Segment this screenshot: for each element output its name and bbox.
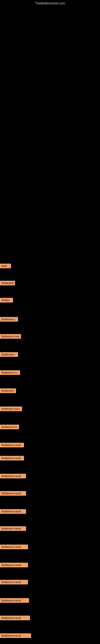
bottleneck-result-item: Bottleneck result (0, 598, 29, 603)
bottleneck-result-item: Bottleneck result (0, 633, 31, 638)
bottleneck-result-item: Bottleneck result (0, 563, 28, 567)
bottleneck-result-item: Bottleneck result (0, 616, 30, 620)
site-title: TheBottlenecker.com (0, 0, 100, 5)
bottleneck-result-item: Bottlen (0, 298, 13, 302)
bottleneck-result-item: Bottleneck result (0, 491, 26, 496)
bottleneck-result-item: Bottleneck result (0, 474, 26, 478)
bottleneck-result-item: Bottleneck (0, 281, 15, 285)
bottleneck-result-item: Bottl (0, 264, 11, 268)
bottleneck-result-item: Bottleneck result (0, 526, 26, 531)
bottleneck-result-item: Bottleneck (0, 388, 16, 393)
bottleneck-result-item: Bottleneck resu (0, 406, 22, 411)
bottleneck-result-item: Bottleneck r (0, 317, 18, 322)
bottleneck-result-item: Bottleneck result (0, 544, 28, 549)
bottleneck-result-item: Bottleneck result (0, 456, 24, 460)
bottleneck-result-item: Bottleneck re (0, 425, 19, 429)
bottleneck-result-item: Bottleneck result (0, 509, 26, 514)
bottleneck-result-item: Bottleneck result (0, 580, 28, 584)
bottleneck-result-item: Bottleneck re (0, 370, 20, 375)
bottleneck-result-item: Bottleneck r (0, 352, 18, 357)
bottleneck-result-item: Bottleneck result (0, 443, 24, 448)
bottleneck-result-item: Bottleneck resu (0, 334, 21, 339)
